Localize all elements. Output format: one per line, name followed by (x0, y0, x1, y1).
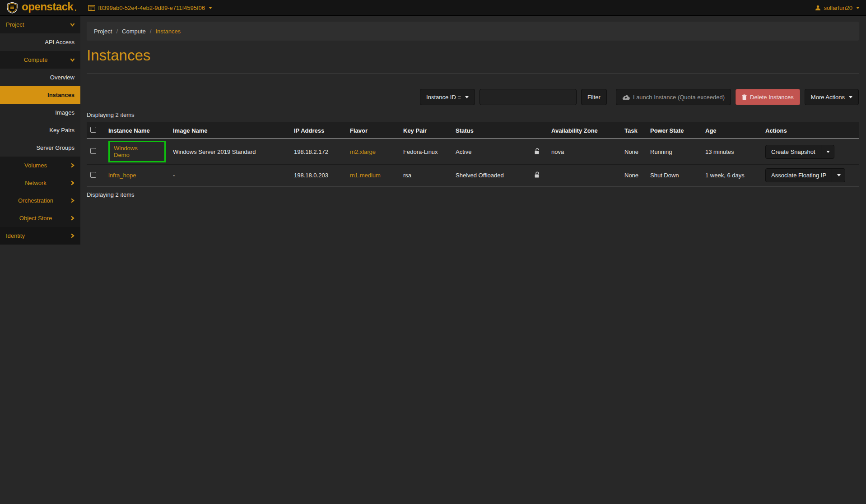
launch-instance-label: Launch Instance (Quota exceeded) (633, 94, 725, 101)
col-actions: Actions (762, 122, 859, 139)
sidebar-item-identity[interactable]: Identity (0, 227, 80, 245)
sidebar-item-images[interactable]: Images (0, 104, 80, 121)
cell-image-name: Windows Server 2019 Standard (169, 139, 290, 165)
chevron-right-icon (70, 180, 75, 187)
sidebar-item-label: Overview (50, 74, 74, 81)
cell-ip-address: 198.18.2.172 (290, 139, 346, 165)
sidebar-item-object-store[interactable]: Object Store (0, 209, 80, 227)
col-flavor: Flavor (346, 122, 400, 139)
sidebar-item-label: Key Pairs (49, 127, 74, 134)
chevron-down-icon (849, 96, 852, 98)
sidebar-item-volumes[interactable]: Volumes (0, 157, 80, 174)
more-actions-label: More Actions (811, 94, 845, 101)
flavor-link[interactable]: m1.medium (350, 172, 381, 179)
chevron-down-icon (209, 7, 212, 9)
sidebar-item-project[interactable]: Project (0, 16, 80, 33)
cell-age: 1 week, 6 days (702, 165, 762, 186)
row-checkbox[interactable] (90, 148, 96, 154)
filter-button[interactable]: Filter (581, 89, 607, 105)
main-content: Project / Compute / Instances Instances … (80, 16, 866, 504)
filter-field-dropdown[interactable]: Instance ID = (420, 89, 475, 105)
breadcrumb-project[interactable]: Project (94, 28, 112, 35)
chevron-down-icon (70, 57, 75, 64)
chevron-down-icon (465, 96, 469, 98)
col-task: Task (621, 122, 647, 139)
row-action-split-button: Create Snapshot (765, 145, 834, 159)
col-availability-zone: Availability Zone (548, 122, 621, 139)
sidebar-item-label: Images (55, 109, 74, 116)
items-count-top: Displaying 2 items (87, 111, 859, 118)
instances-table: Instance Name Image Name IP Address Flav… (87, 122, 859, 186)
col-ip-address: IP Address (290, 122, 346, 139)
trash-icon (742, 94, 747, 100)
sidebar-item-key-pairs[interactable]: Key Pairs (0, 121, 80, 139)
cell-ip-address: 198.18.0.203 (290, 165, 346, 186)
sidebar-item-server-groups[interactable]: Server Groups (0, 139, 80, 157)
sidebar: Project API Access Compute Overview Inst… (0, 16, 80, 504)
breadcrumb-current: Instances (155, 28, 181, 35)
select-all-checkbox[interactable] (90, 127, 96, 133)
cloud-upload-icon (622, 94, 630, 100)
cell-key-pair: rsa (400, 165, 452, 186)
sidebar-item-compute[interactable]: Compute (0, 51, 80, 69)
user-icon (815, 5, 821, 11)
sidebar-item-label: Instances (47, 92, 74, 98)
project-selector-dropdown[interactable]: f8399ab0-52e4-4eb2-9d89-e711f4595f06 (88, 5, 212, 11)
filter-button-label: Filter (587, 94, 601, 101)
registered-mark (75, 9, 76, 11)
more-actions-button[interactable]: More Actions (805, 89, 859, 105)
chevron-right-icon (70, 162, 75, 170)
instance-name-link[interactable]: infra_hope (108, 172, 136, 179)
sidebar-item-label: Server Groups (36, 144, 74, 151)
breadcrumb-compute[interactable]: Compute (122, 28, 146, 35)
cell-key-pair: Fedora-Linux (400, 139, 452, 165)
chevron-right-icon (70, 233, 75, 240)
associate-floating-ip-button[interactable]: Associate Floating IP (766, 169, 832, 182)
launch-instance-button[interactable]: Launch Instance (Quota exceeded) (616, 89, 731, 105)
openstack-logo: openstack (6, 2, 76, 14)
brand-wordmark: openstack (22, 1, 73, 12)
sidebar-item-label: Object Store (19, 215, 52, 222)
flavor-link[interactable]: m2.xlarge (350, 148, 376, 155)
row-action-dropdown-toggle[interactable] (832, 169, 845, 182)
sidebar-item-label: Project (6, 21, 24, 28)
cell-status: Shelved Offloaded (452, 165, 531, 186)
chevron-down-icon (837, 174, 841, 176)
delete-instances-button[interactable]: Delete Instances (736, 89, 800, 105)
filter-search-input[interactable] (480, 89, 577, 105)
row-checkbox[interactable] (90, 172, 96, 178)
cell-image-name: - (169, 165, 290, 186)
table-header-row: Instance Name Image Name IP Address Flav… (87, 122, 859, 139)
col-instance-name: Instance Name (105, 122, 169, 139)
cell-availability-zone (548, 165, 621, 186)
row-action-split-button: Associate Floating IP (765, 168, 845, 182)
page-title: Instances (87, 47, 859, 64)
sidebar-item-label: Network (25, 180, 47, 186)
breadcrumb-separator: / (150, 28, 152, 35)
username-label: sollarfun20 (824, 5, 852, 11)
user-menu-dropdown[interactable]: sollarfun20 (815, 5, 860, 11)
chevron-down-icon (856, 7, 860, 9)
sidebar-item-instances[interactable]: Instances (0, 86, 80, 104)
table-toolbar: Instance ID = Filter Launch Instance (Qu… (87, 89, 859, 105)
sidebar-item-orchestration[interactable]: Orchestration (0, 192, 80, 209)
col-age: Age (702, 122, 762, 139)
cell-status: Active (452, 139, 531, 165)
unlock-icon (534, 148, 540, 154)
breadcrumb-separator: / (116, 28, 118, 35)
row-action-dropdown-toggle[interactable] (821, 145, 834, 158)
sidebar-item-network[interactable]: Network (0, 174, 80, 192)
table-row: infra_hope - 198.18.0.203 m1.medium rsa … (87, 165, 859, 186)
col-lock (531, 122, 548, 139)
col-image-name: Image Name (169, 122, 290, 139)
breadcrumb: Project / Compute / Instances (87, 22, 859, 41)
create-snapshot-button[interactable]: Create Snapshot (766, 145, 821, 158)
sidebar-item-overview[interactable]: Overview (0, 69, 80, 86)
sidebar-item-label: Compute (24, 56, 48, 63)
chevron-down-icon (826, 151, 830, 153)
col-status: Status (452, 122, 531, 139)
openstack-shield-icon (6, 2, 18, 14)
cell-power-state: Shut Down (647, 165, 702, 186)
instance-name-link[interactable]: Windows Demo (114, 145, 138, 158)
sidebar-item-api-access[interactable]: API Access (0, 33, 80, 51)
